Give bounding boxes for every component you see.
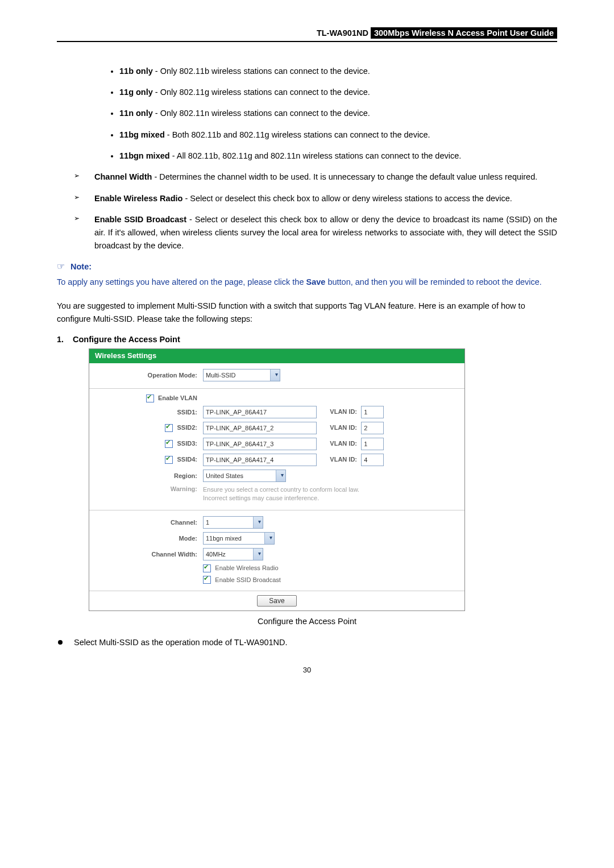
paragraph: You are suggested to implement Multi-SSI…	[57, 300, 557, 326]
ssid4-input[interactable]: TP-LINK_AP_86A417_4	[203, 454, 317, 466]
list-item: 11bg mixed - Both 802.11b and 802.11g wi…	[119, 128, 557, 142]
enable-vlan-row: Enable VLAN	[97, 394, 457, 402]
mode-row: Mode: 11bgn mixed	[97, 532, 457, 545]
ssid2-row: SSID2: TP-LINK_AP_86A417_2 VLAN ID: 2	[97, 422, 457, 434]
substeps-list: Select Multi-SSID as the operation mode …	[57, 636, 557, 649]
operation-mode-label: Operation Mode:	[97, 372, 203, 379]
save-button[interactable]: Save	[257, 595, 296, 607]
list-item: Enable SSID Broadcast - Select or desele…	[74, 213, 557, 253]
enable-vlan-label: Enable VLAN	[158, 394, 197, 401]
vlan2-input[interactable]: 2	[361, 422, 384, 434]
mode-list: 11b only - Only 802.11b wireless station…	[97, 65, 557, 163]
ssid3-input[interactable]: TP-LINK_AP_86A417_3	[203, 438, 317, 450]
feature-list: Channel Width - Determines the channel w…	[74, 171, 557, 252]
list-item: Select Multi-SSID as the operation mode …	[57, 636, 557, 649]
ssid3-row: SSID3: TP-LINK_AP_86A417_3 VLAN ID: 1	[97, 438, 457, 450]
warning-text: Ensure you select a correct country to c…	[203, 485, 457, 503]
warning-label: Warning:	[97, 485, 203, 492]
enable-radio-label: Enable Wireless Radio	[215, 564, 278, 571]
vlan4-label: VLAN ID:	[330, 456, 357, 463]
ssid4-row: SSID4: TP-LINK_AP_86A417_4 VLAN ID: 4	[97, 454, 457, 466]
hand-icon: ☞	[57, 261, 65, 271]
header-rule	[57, 41, 557, 42]
channel-width-row: Channel Width: 40MHz	[97, 548, 457, 560]
enable-vlan-checkbox[interactable]	[146, 394, 154, 402]
region-row: Region: United States	[97, 470, 457, 482]
channel-width-label: Channel Width:	[97, 551, 203, 558]
enable-broadcast-checkbox[interactable]	[203, 576, 211, 584]
figure-caption: Configure the Access Point	[57, 617, 557, 626]
mode-select[interactable]: 11bgn mixed	[203, 532, 275, 545]
page-number: 30	[57, 666, 557, 674]
list-item: 11bgn mixed - All 802.11b, 802.11g and 8…	[119, 149, 557, 163]
ssid3-label: SSID3:	[177, 440, 197, 447]
ssid1-label: SSID1:	[177, 409, 197, 416]
vlan2-label: VLAN ID:	[330, 424, 357, 431]
channel-width-select[interactable]: 40MHz	[203, 548, 263, 560]
region-label: Region:	[97, 472, 203, 479]
channel-row: Channel: 1	[97, 516, 457, 529]
enable-broadcast-row: Enable SSID Broadcast	[97, 576, 457, 584]
wireless-settings-panel: Wireless Settings Operation Mode: Multi-…	[89, 348, 465, 612]
ssid1-row: SSID1: TP-LINK_AP_86A417 VLAN ID: 1	[97, 406, 457, 418]
list-item: Channel Width - Determines the channel w…	[74, 171, 557, 184]
ssid2-checkbox[interactable]	[165, 424, 173, 432]
doc-title: 300Mbps Wireless N Access Point User Gui…	[371, 27, 557, 39]
vlan1-label: VLAN ID:	[330, 408, 357, 415]
model-code: TL-WA901ND	[317, 28, 368, 38]
panel-title: Wireless Settings	[89, 349, 464, 362]
operation-mode-row: Operation Mode: Multi-SSID	[97, 369, 457, 381]
ssid3-checkbox[interactable]	[165, 440, 173, 448]
region-select[interactable]: United States	[203, 470, 286, 482]
channel-select[interactable]: 1	[203, 516, 263, 529]
ssid4-checkbox[interactable]	[165, 456, 173, 464]
note-body: To apply any settings you have altered o…	[57, 275, 557, 289]
channel-label: Channel:	[97, 519, 203, 526]
ssid1-input[interactable]: TP-LINK_AP_86A417	[203, 406, 317, 418]
list-item: 11b only - Only 802.11b wireless station…	[119, 65, 557, 78]
warning-row: Warning: Ensure you select a correct cou…	[97, 485, 457, 503]
list-item: 11g only - Only 802.11g wireless station…	[119, 86, 557, 99]
vlan1-input[interactable]: 1	[361, 406, 384, 418]
enable-radio-row: Enable Wireless Radio	[97, 564, 457, 572]
ssid4-label: SSID4:	[177, 456, 197, 463]
page-header: TL-WA901ND 300Mbps Wireless N Access Poi…	[57, 27, 557, 39]
enable-broadcast-label: Enable SSID Broadcast	[215, 576, 281, 583]
mode-label: Mode:	[97, 535, 203, 542]
operation-mode-select[interactable]: Multi-SSID	[203, 369, 280, 381]
list-item: 11n only - Only 802.11n wireless station…	[119, 107, 557, 120]
vlan3-label: VLAN ID:	[330, 440, 357, 447]
vlan4-input[interactable]: 4	[361, 454, 384, 466]
note-heading: ☞ Note:	[57, 261, 557, 272]
list-item: Enable Wireless Radio - Select or desele…	[74, 192, 557, 205]
step-heading: 1.Configure the Access Point	[57, 335, 557, 344]
ssid2-input[interactable]: TP-LINK_AP_86A417_2	[203, 422, 317, 434]
enable-radio-checkbox[interactable]	[203, 564, 211, 572]
vlan3-input[interactable]: 1	[361, 438, 384, 450]
ssid2-label: SSID2:	[177, 424, 197, 431]
